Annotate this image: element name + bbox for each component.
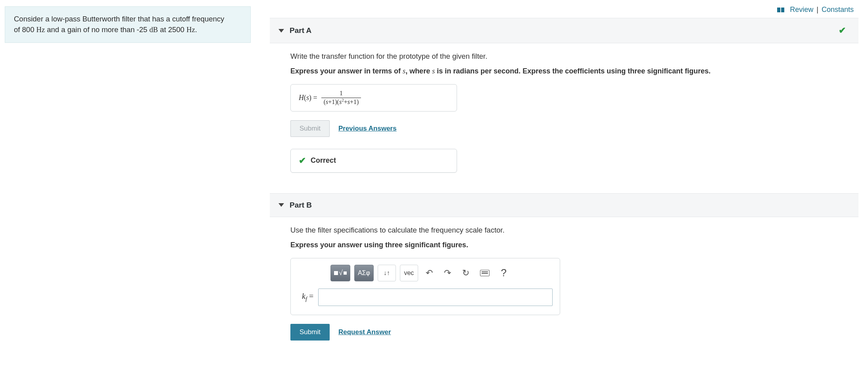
part-b: Part B Use the filter specifications to … <box>270 193 858 349</box>
keyboard-tool[interactable] <box>477 265 493 281</box>
part-a-instruction: Express your answer in terms of s, where… <box>290 67 858 75</box>
part-b-actions: Submit Request Answer <box>290 324 858 341</box>
part-a-header[interactable]: Part A ✔ <box>270 18 858 43</box>
greek-tool[interactable]: ΑΣφ <box>354 265 374 281</box>
answer-editor: √ ΑΣφ ↓↑ vec ↶ ↷ ↻ ? <box>290 258 560 315</box>
top-links: Review | Constants <box>270 6 858 14</box>
unit-hz-1: Hz <box>36 26 45 34</box>
collapse-icon <box>278 203 284 207</box>
collapse-icon <box>278 29 284 33</box>
subsup-tool[interactable]: ↓↑ <box>378 265 396 281</box>
answer-input-row: kf = <box>302 289 553 306</box>
answer-fraction: 1 (s+1)(s2+s+1) <box>321 90 361 106</box>
part-a-check-icon: ✔ <box>839 25 850 36</box>
problem-text-line1b: of 800 <box>14 25 34 34</box>
undo-tool[interactable]: ↶ <box>422 265 436 281</box>
problem-text-line1c: and a gain of no more than -25 <box>45 25 149 34</box>
fraction-numerator: 1 <box>337 90 345 98</box>
part-a-instruction-a: Express your answer in terms of <box>290 67 403 75</box>
check-icon: ✔ <box>299 156 306 166</box>
answer-lhs: H(s) = <box>299 94 317 102</box>
answer-input[interactable] <box>318 289 553 306</box>
problem-text-line1d: at 2500 <box>158 25 186 34</box>
answer-lhs-close-eq: ) = <box>309 94 317 102</box>
part-b-header[interactable]: Part B <box>270 193 858 217</box>
problem-text-line1e: . <box>195 25 197 34</box>
kf-eq: = <box>307 292 313 300</box>
answer-lhs-var: s <box>306 94 309 102</box>
previous-answers-link[interactable]: Previous Answers <box>338 125 397 133</box>
part-b-instruction: Express your answer using three signific… <box>290 241 858 249</box>
part-a-title: Part A <box>290 26 311 35</box>
part-b-body: Use the filter specifications to calcula… <box>270 217 858 349</box>
reset-tool[interactable]: ↻ <box>459 265 473 281</box>
kf-label: kf = <box>302 292 313 302</box>
help-tool[interactable]: ? <box>497 265 511 281</box>
problem-statement: Consider a low-pass Butterworth filter t… <box>5 6 251 43</box>
part-a-instruction-b: , where <box>405 67 432 75</box>
submit-button-b[interactable]: Submit <box>290 324 330 341</box>
problem-text-line1a: Consider a low-pass Butterworth filter t… <box>14 15 224 23</box>
top-links-separator: | <box>816 6 818 14</box>
part-b-prompt: Use the filter specifications to calcula… <box>290 226 858 235</box>
feedback-text: Correct <box>311 156 336 165</box>
part-a-instruction-c: is in radians per second. Express the co… <box>435 67 711 75</box>
template-icon: √ <box>334 269 347 277</box>
answer-lhs-h: H <box>299 94 304 102</box>
review-link[interactable]: Review <box>790 6 813 14</box>
unit-hz-2: Hz <box>186 26 195 34</box>
redo-tool[interactable]: ↷ <box>440 265 455 281</box>
part-a-prompt: Write the transfer function for the prot… <box>290 52 858 61</box>
vec-tool[interactable]: vec <box>400 265 418 281</box>
editor-toolbar: √ ΑΣφ ↓↑ vec ↶ ↷ ↻ ? <box>330 265 553 281</box>
feedback-correct: ✔ Correct <box>290 149 457 173</box>
fraction-denominator: (s+1)(s2+s+1) <box>321 98 361 106</box>
part-a-body: Write the transfer function for the prot… <box>270 43 858 181</box>
part-b-title: Part B <box>290 201 312 210</box>
request-answer-link[interactable]: Request Answer <box>338 328 391 336</box>
template-tool[interactable]: √ <box>330 265 350 281</box>
constants-link[interactable]: Constants <box>822 6 854 14</box>
part-a: Part A ✔ Write the transfer function for… <box>270 18 858 181</box>
unit-db: dB <box>149 26 158 34</box>
part-a-actions: Submit Previous Answers <box>290 120 858 137</box>
keyboard-icon <box>480 270 490 276</box>
booklet-icon <box>777 8 784 12</box>
submit-button-a: Submit <box>290 120 330 137</box>
part-a-answer-display: H(s) = 1 (s+1)(s2+s+1) <box>290 84 457 112</box>
kf-k: k <box>302 292 305 300</box>
